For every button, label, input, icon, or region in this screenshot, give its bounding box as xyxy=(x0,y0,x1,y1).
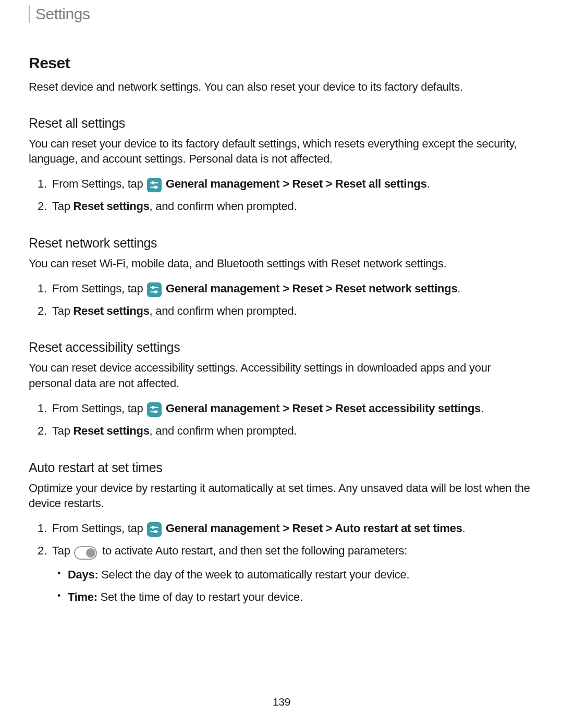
step-suffix: , and confirm when prompted. xyxy=(150,424,297,437)
step-text: From Settings, tap xyxy=(52,177,146,190)
step-item: From Settings, tap General management > … xyxy=(52,521,534,537)
svg-point-7 xyxy=(155,291,157,293)
step-item: Tap Reset settings, and confirm when pro… xyxy=(52,303,534,319)
steps-reset-network: From Settings, tap General management > … xyxy=(29,281,534,319)
step-item: From Settings, tap General management > … xyxy=(52,281,534,297)
section-intro: Reset device and network settings. You c… xyxy=(29,79,534,95)
step-bold: Reset settings xyxy=(73,424,149,437)
step-text: Tap xyxy=(52,200,73,213)
toggle-knob xyxy=(86,548,95,558)
subsection-intro-reset-network: You can reset Wi-Fi, mobile data, and Bl… xyxy=(29,256,534,272)
step-suffix: . xyxy=(457,282,460,295)
step-suffix: to activate Auto restart, and then set t… xyxy=(102,544,407,557)
section-heading-reset: Reset xyxy=(29,54,534,72)
step-bold: Reset settings xyxy=(73,304,149,317)
step-bold: General management > Reset > Auto restar… xyxy=(166,522,462,535)
step-item: Tap to activate Auto restart, and then s… xyxy=(52,543,534,606)
svg-point-9 xyxy=(152,406,154,409)
step-item: Tap Reset settings, and confirm when pro… xyxy=(52,199,534,215)
subsection-heading-auto-restart: Auto restart at set times xyxy=(29,460,534,475)
svg-point-3 xyxy=(155,186,157,188)
step-bold: Reset settings xyxy=(73,200,149,213)
breadcrumb-text: Settings xyxy=(35,5,90,22)
bullet-text: Select the day of the week to automatica… xyxy=(98,568,409,581)
subsection-heading-reset-all: Reset all settings xyxy=(29,116,534,131)
page-number: 139 xyxy=(0,696,563,708)
step-suffix: , and confirm when prompted. xyxy=(150,200,297,213)
step-text: Tap xyxy=(52,544,73,557)
bullet-text: Set the time of day to restart your devi… xyxy=(97,590,303,603)
step-text: Tap xyxy=(52,424,73,437)
bullet-item: Days: Select the day of the week to auto… xyxy=(68,567,534,583)
sliders-icon xyxy=(147,402,162,417)
sliders-icon xyxy=(147,178,162,192)
step-bold: General management > Reset > Reset netwo… xyxy=(166,282,457,295)
step-item: From Settings, tap General management > … xyxy=(52,176,534,192)
bullet-list: Days: Select the day of the week to auto… xyxy=(52,567,534,606)
steps-auto-restart: From Settings, tap General management > … xyxy=(29,521,534,606)
steps-reset-all: From Settings, tap General management > … xyxy=(29,176,534,215)
bullet-item: Time: Set the time of day to restart you… xyxy=(68,589,534,606)
svg-point-15 xyxy=(155,530,157,533)
step-suffix: . xyxy=(462,522,466,535)
steps-reset-accessibility: From Settings, tap General management > … xyxy=(29,401,534,439)
svg-point-11 xyxy=(155,411,157,413)
subsection-intro-reset-all: You can reset your device to its factory… xyxy=(29,136,534,167)
step-item: From Settings, tap General management > … xyxy=(52,401,534,417)
step-suffix: , and confirm when prompted. xyxy=(150,304,297,317)
subsection-heading-reset-accessibility: Reset accessibility settings xyxy=(29,340,534,355)
svg-point-13 xyxy=(152,526,154,528)
step-text: From Settings, tap xyxy=(52,402,146,415)
subsection-intro-reset-accessibility: You can reset device accessibility setti… xyxy=(29,360,534,391)
step-bold: General management > Reset > Reset acces… xyxy=(166,402,481,415)
bullet-label: Time: xyxy=(68,590,97,603)
step-bold: General management > Reset > Reset all s… xyxy=(166,177,427,190)
toggle-off-icon xyxy=(74,546,97,560)
subsection-intro-auto-restart: Optimize your device by restarting it au… xyxy=(29,480,534,511)
step-suffix: . xyxy=(427,177,430,190)
sliders-icon xyxy=(147,282,162,297)
step-item: Tap Reset settings, and confirm when pro… xyxy=(52,423,534,439)
step-text: From Settings, tap xyxy=(52,282,146,295)
svg-point-5 xyxy=(152,287,154,289)
bullet-label: Days: xyxy=(68,568,98,581)
svg-point-1 xyxy=(152,182,154,184)
step-text: Tap xyxy=(52,304,73,317)
subsection-heading-reset-network: Reset network settings xyxy=(29,236,534,251)
step-text: From Settings, tap xyxy=(52,522,146,535)
sliders-icon xyxy=(147,522,162,537)
breadcrumb: Settings xyxy=(29,5,534,23)
step-suffix: . xyxy=(481,402,484,415)
